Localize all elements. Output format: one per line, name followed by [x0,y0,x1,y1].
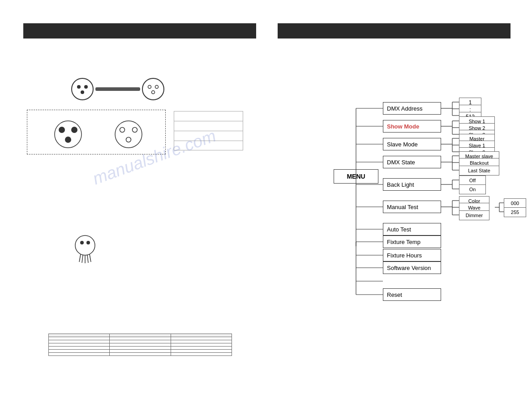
bottom-table [48,334,232,356]
svg-point-13 [115,121,142,148]
table-cell-5-2 [110,350,171,353]
table-cell-1-1 [49,337,110,340]
table-cell-2-3 [171,340,232,343]
svg-point-5 [142,78,164,100]
svg-point-1 [77,85,81,89]
table-cell-6-3 [171,353,232,356]
svg-point-18 [80,241,84,244]
svg-point-11 [71,127,77,133]
male-connector-icon [140,76,166,102]
dmx-state-val-ls: Last State [459,166,499,176]
fixture-icon [69,233,101,265]
menu-item-fixture-temp[interactable]: Fixture Temp [383,235,441,248]
svg-point-12 [65,137,71,143]
table-header-3 [171,334,232,337]
signal-row-1 [174,111,243,121]
manual-test-range-255: 255 [504,207,526,217]
table-cell-4-2 [110,347,171,350]
menu-item-software-version[interactable]: Software Version [383,261,441,274]
signal-table [174,111,243,150]
svg-point-2 [84,85,88,89]
svg-rect-4 [95,87,140,91]
svg-line-20 [79,254,81,262]
table-cell-5-3 [171,350,232,353]
table-header-2 [110,334,171,337]
menu-lines-svg [275,58,526,327]
menu-item-show-mode[interactable]: Show Mode [383,120,441,133]
svg-point-7 [155,86,159,89]
table-cell-4-1 [49,347,110,350]
menu-label: MENU [347,173,365,180]
svg-point-3 [81,90,84,94]
menu-item-manual-test[interactable]: Manual Test [383,201,441,213]
svg-point-9 [55,121,82,148]
connector-diagram [69,76,166,102]
menu-item-fixture-hours[interactable]: Fixture Hours [383,249,441,261]
svg-line-21 [82,255,83,263]
table-cell-2-2 [110,340,171,343]
pin-diagram-right [110,116,148,154]
table-cell-5-1 [49,350,110,353]
signal-row-3 [174,131,243,141]
svg-point-0 [72,78,93,100]
header-bar-right [278,23,511,39]
table-cell-1-3 [171,337,232,340]
menu-item-back-light[interactable]: Back Light [383,178,441,191]
menu-item-auto-test[interactable]: Auto Test [383,223,441,235]
svg-point-6 [148,86,151,89]
menu-diagram: MENU DMX Address 1 : 512 Show Mode Show … [275,58,526,327]
back-light-val-on: On [459,184,486,194]
table-header-1 [49,334,110,337]
female-connector-icon [69,76,95,102]
svg-point-14 [120,128,125,133]
menu-item-reset[interactable]: Reset [383,288,441,301]
table-cell-3-3 [171,343,232,347]
svg-point-10 [59,127,65,133]
table-cell-6-2 [110,353,171,356]
header-bar-left [23,23,256,39]
table-cell-3-1 [49,343,110,347]
svg-line-23 [87,255,88,263]
table-cell-3-2 [110,343,171,347]
signal-row-4 [174,141,243,150]
svg-line-24 [90,254,91,262]
svg-point-16 [126,137,131,142]
table-cell-1-2 [110,337,171,340]
svg-point-8 [152,91,155,94]
pin-diagram-left [49,116,87,154]
menu-item-dmx-state[interactable]: DMX State [383,156,441,168]
back-light-val-off: Off [459,176,486,185]
table-cell-2-1 [49,340,110,343]
menu-item-dmx-address[interactable]: DMX Address [383,102,441,115]
svg-point-19 [86,241,90,244]
manual-test-val-dimmer: Dimmer [459,210,489,220]
svg-point-17 [75,235,95,255]
cable-icon [95,85,140,94]
svg-point-15 [133,128,137,133]
manual-test-range-000: 000 [504,198,526,208]
signal-row-2 [174,121,243,131]
menu-item-slave-mode[interactable]: Slave Mode [383,138,441,150]
menu-box: MENU [334,169,378,184]
table-cell-6-1 [49,353,110,356]
table-cell-4-3 [171,347,232,350]
